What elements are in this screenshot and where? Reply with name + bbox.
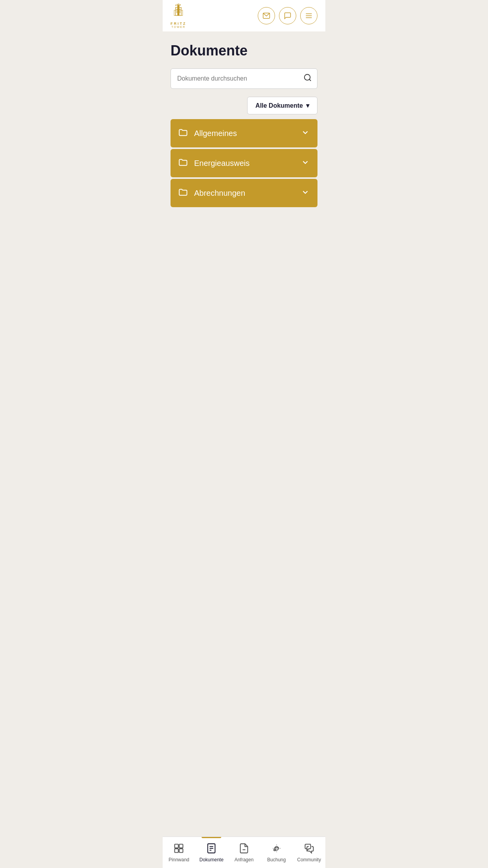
svg-rect-17 bbox=[175, 844, 178, 848]
svg-rect-20 bbox=[180, 849, 183, 852]
nav-item-buchung[interactable]: Buchung bbox=[260, 837, 293, 868]
logo-text: FRITZ bbox=[171, 22, 187, 26]
chat-button[interactable] bbox=[279, 7, 296, 24]
menu-button[interactable] bbox=[300, 7, 317, 24]
anfragen-icon bbox=[238, 843, 250, 855]
community-icon bbox=[304, 843, 315, 855]
svg-rect-4 bbox=[179, 9, 181, 10]
nav-item-dokumente[interactable]: Dokumente bbox=[195, 837, 228, 868]
folder-left: Abrechnungen bbox=[178, 188, 245, 199]
svg-rect-27 bbox=[274, 849, 276, 851]
pinnwand-label: Pinnwand bbox=[169, 857, 189, 862]
folder-item-energieausweis[interactable]: Energieausweis bbox=[171, 149, 317, 177]
pinnwand-icon bbox=[173, 843, 184, 855]
folder-item-abrechnungen[interactable]: Abrechnungen bbox=[171, 179, 317, 207]
folder-icon bbox=[178, 188, 189, 199]
logo: FRITZ TOWER bbox=[171, 3, 187, 28]
folder-chevron-icon bbox=[301, 128, 310, 139]
page-title: Dokumente bbox=[171, 42, 317, 59]
folder-list: Allgemeines Energieausweis bbox=[171, 119, 317, 207]
search-input[interactable] bbox=[171, 68, 317, 89]
svg-rect-3 bbox=[176, 9, 178, 10]
svg-rect-5 bbox=[176, 11, 178, 13]
filter-button[interactable]: Alle Dokumente ▾ bbox=[247, 97, 317, 114]
nav-item-anfragen[interactable]: Anfragen bbox=[228, 837, 261, 868]
folder-icon bbox=[178, 158, 189, 169]
logo-image bbox=[171, 3, 186, 21]
svg-line-16 bbox=[309, 79, 311, 81]
folder-item-allgemeines[interactable]: Allgemeines bbox=[171, 119, 317, 147]
main-content: Dokumente Alle Dokumente ▾ All bbox=[163, 31, 325, 868]
folder-left: Allgemeines bbox=[178, 128, 237, 139]
community-label: Community bbox=[297, 857, 321, 862]
nav-item-pinnwand[interactable]: Pinnwand bbox=[163, 837, 195, 868]
anfragen-label: Anfragen bbox=[235, 857, 254, 862]
folder-name-energieausweis: Energieausweis bbox=[194, 159, 250, 168]
chat-icon bbox=[284, 12, 292, 20]
dokumente-icon bbox=[206, 843, 217, 855]
buchung-icon bbox=[271, 843, 282, 855]
search-button[interactable] bbox=[303, 74, 312, 84]
nav-item-community[interactable]: Community bbox=[293, 837, 325, 868]
header-icon-group bbox=[258, 7, 317, 24]
logo-sub: TOWER bbox=[171, 26, 185, 28]
filter-label: Alle Dokumente bbox=[255, 102, 303, 109]
svg-rect-19 bbox=[175, 849, 178, 852]
folder-chevron-icon bbox=[301, 158, 310, 169]
svg-rect-18 bbox=[180, 844, 183, 848]
search-container bbox=[171, 68, 317, 89]
svg-rect-6 bbox=[179, 11, 181, 13]
folder-left: Energieausweis bbox=[178, 158, 250, 169]
mail-icon bbox=[262, 12, 270, 20]
folder-name-abrechnungen: Abrechnungen bbox=[194, 189, 245, 198]
dokumente-label: Dokumente bbox=[200, 857, 224, 862]
filter-container: Alle Dokumente ▾ bbox=[171, 97, 317, 114]
svg-point-15 bbox=[305, 74, 310, 80]
app-header: FRITZ TOWER bbox=[163, 0, 325, 31]
hamburger-icon bbox=[305, 12, 313, 20]
folder-chevron-icon bbox=[301, 188, 310, 199]
search-icon bbox=[303, 74, 312, 82]
bottom-navigation: Pinnwand Dokumente Anfragen bbox=[163, 837, 325, 868]
buchung-label: Buchung bbox=[267, 857, 286, 862]
folder-icon bbox=[178, 128, 189, 139]
mail-button[interactable] bbox=[258, 7, 275, 24]
filter-chevron-icon: ▾ bbox=[306, 102, 309, 109]
folder-name-allgemeines: Allgemeines bbox=[194, 129, 237, 138]
